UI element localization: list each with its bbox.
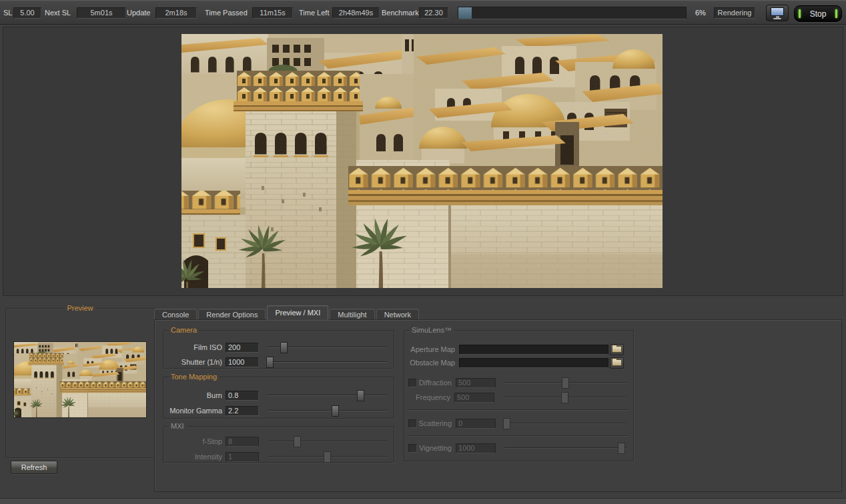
slider-handle [324, 451, 331, 463]
slider-track [504, 447, 626, 449]
tone-mapping-group: Tone Mapping Burn Monitor Gamma [163, 373, 394, 419]
folder-icon [612, 359, 622, 366]
frequency-input [454, 393, 494, 403]
monitor-icon [771, 7, 784, 16]
benchmark-value: 22.30 [419, 7, 448, 19]
display-window-button[interactable] [766, 5, 789, 21]
folder-icon [612, 346, 622, 353]
slider-handle[interactable] [280, 342, 288, 353]
preview-panel: Preview [5, 304, 155, 458]
monitor-gamma-slider[interactable] [268, 405, 387, 417]
slider-handle [562, 377, 569, 389]
slider-handle [561, 392, 568, 403]
burn-input[interactable] [226, 391, 259, 401]
time-passed-value: 11m15s [252, 7, 293, 19]
diffraction-slider [504, 377, 626, 389]
progress-fill [458, 7, 472, 19]
scattering-slider [504, 417, 626, 429]
diffraction-checkbox[interactable] [408, 379, 417, 387]
green-indicator-right [835, 9, 837, 18]
aperture-map-input[interactable] [459, 345, 608, 355]
rendered-image [181, 34, 663, 288]
film-iso-input[interactable] [226, 343, 259, 353]
vignetting-input [456, 443, 496, 453]
obstacle-map-input[interactable] [459, 358, 608, 368]
sl-value: 5.00 [13, 7, 41, 19]
time-passed-label: Time Passed [205, 9, 248, 17]
next-sl-label: Next SL [45, 9, 71, 17]
status-badge: Rendering [714, 7, 755, 19]
sl-label: SL [3, 9, 12, 17]
f-stop-label: f-Stop [163, 437, 222, 445]
aperture-map-label: Aperture Map [407, 345, 455, 353]
frequency-label: Frequency [416, 393, 450, 401]
monitor-gamma-label: Monitor Gamma [163, 407, 222, 415]
slider-handle [294, 436, 301, 447]
slider-handle[interactable] [266, 357, 274, 368]
preview-mxi-tab-panel: Camera Film ISO Shutter (1/n) Tone Mappi… [154, 319, 842, 492]
shutter-label: Shutter (1/n) [163, 358, 222, 366]
simulens-group: SimuLens™ Aperture Map Obstacle Map Diff… [404, 326, 634, 461]
progress-percent-label: 6% [695, 9, 706, 17]
camera-group: Camera Film ISO Shutter (1/n) [163, 326, 394, 369]
shutter-input[interactable] [226, 357, 259, 367]
vignetting-slider [504, 442, 626, 454]
slider-track [268, 361, 387, 363]
scattering-checkbox[interactable] [408, 419, 417, 428]
slider-track [268, 441, 387, 442]
separator [408, 435, 628, 437]
tab-network[interactable]: Network [376, 309, 419, 320]
intensity-input [226, 452, 259, 462]
separator [408, 409, 628, 411]
shutter-slider[interactable] [268, 356, 387, 368]
frequency-slider [503, 391, 626, 403]
obstacle-map-label: Obstacle Map [407, 359, 455, 367]
slider-handle [618, 443, 625, 454]
simulens-legend: SimuLens™ [410, 326, 454, 334]
monitor-gamma-input[interactable] [226, 406, 259, 416]
stop-button-label: Stop [810, 9, 827, 19]
render-progress-bar [458, 7, 687, 19]
tab-bar: Console Render Options Preview / MXI Mul… [154, 305, 420, 320]
tone-mapping-legend: Tone Mapping [169, 373, 219, 381]
refresh-button[interactable]: Refresh [11, 461, 57, 474]
time-left-value: 2h48m49s [332, 7, 380, 19]
tab-multilight[interactable]: Multilight [330, 309, 374, 320]
slider-handle[interactable] [357, 390, 364, 401]
green-indicator-left [799, 9, 801, 18]
slider-track [268, 410, 387, 411]
stop-button[interactable]: Stop [794, 5, 842, 22]
aperture-map-browse-button[interactable] [610, 344, 624, 355]
render-viewport [3, 27, 843, 296]
mxi-legend: MXI [169, 422, 186, 430]
f-stop-slider [268, 435, 387, 447]
time-left-label: Time Left [299, 9, 329, 17]
update-label: Update [127, 9, 150, 17]
slider-track [504, 423, 626, 424]
window-bottom-edge [0, 498, 846, 504]
render-status-toolbar: SL 5.00 Next SL 5m01s Update 2m18s Time … [0, 0, 846, 25]
tab-render-options[interactable]: Render Options [198, 309, 266, 320]
burn-slider[interactable] [268, 389, 387, 401]
intensity-slider [268, 451, 387, 463]
next-sl-value: 5m01s [77, 7, 126, 19]
update-value: 2m18s [155, 7, 197, 19]
diffraction-label: Diffraction [417, 379, 452, 387]
scattering-input [456, 419, 496, 429]
slider-track [268, 395, 387, 396]
tab-preview-mxi[interactable]: Preview / MXI [267, 305, 328, 320]
vignetting-label: Vignetting [417, 444, 452, 452]
scattering-label: Scattering [417, 419, 452, 427]
film-iso-slider[interactable] [268, 341, 387, 353]
diffraction-input [456, 378, 496, 388]
f-stop-input [226, 437, 259, 447]
tab-console[interactable]: Console [154, 309, 197, 320]
preview-legend: Preview [65, 304, 95, 312]
vignetting-checkbox[interactable] [408, 444, 417, 453]
film-iso-label: Film ISO [163, 343, 222, 351]
intensity-label: Intensity [163, 453, 222, 461]
burn-label: Burn [163, 391, 222, 399]
obstacle-map-browse-button[interactable] [610, 357, 624, 369]
slider-handle[interactable] [332, 405, 339, 417]
preview-image [13, 341, 147, 418]
